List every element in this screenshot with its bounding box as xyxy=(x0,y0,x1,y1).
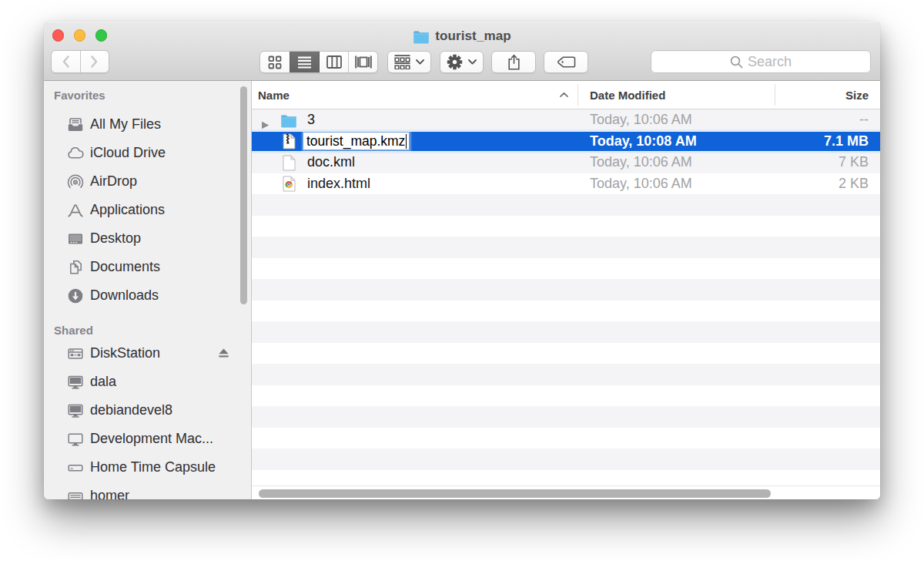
sidebar-item-label: Applications xyxy=(90,202,165,218)
sidebar-section-shared: Shared xyxy=(44,321,251,339)
nas-server-icon xyxy=(67,345,84,362)
search-icon xyxy=(730,55,743,69)
file-size: -- xyxy=(859,109,869,131)
file-date: Today, 10:06 AM xyxy=(590,152,692,173)
sidebar-item-desktop[interactable]: Desktop xyxy=(44,224,251,253)
sidebar-item-label: homer xyxy=(90,488,129,499)
time-capsule-icon xyxy=(67,459,84,476)
sidebar-item-label: iCloud Drive xyxy=(90,145,166,161)
sort-ascending-icon xyxy=(559,81,569,109)
forward-button[interactable] xyxy=(80,51,109,72)
column-header-date-modified[interactable]: Date Modified xyxy=(590,81,665,109)
airdrop-icon xyxy=(67,173,84,190)
sidebar-scrollbar[interactable] xyxy=(240,86,247,304)
documents-icon xyxy=(67,259,84,276)
share-button[interactable] xyxy=(491,51,536,73)
folder-icon xyxy=(280,112,297,129)
column-view-icon xyxy=(326,55,342,69)
all-my-files-icon xyxy=(67,116,84,133)
coverflow-view-icon xyxy=(355,55,372,69)
html-file-icon xyxy=(280,176,297,193)
sidebar-item-documents[interactable]: Documents xyxy=(44,253,251,281)
eject-icon[interactable] xyxy=(218,348,229,361)
arrange-button[interactable] xyxy=(387,51,431,73)
icloud-drive-icon xyxy=(67,145,84,162)
file-size: 7 KB xyxy=(839,152,869,173)
list-view-icon xyxy=(297,55,312,69)
file-name: index.html xyxy=(307,173,370,195)
list-header: Name Date Modified Size xyxy=(252,81,880,109)
tag-button[interactable] xyxy=(544,51,588,73)
back-button[interactable] xyxy=(52,51,80,72)
window-header: tourist_map xyxy=(44,22,880,81)
file-name: 3 xyxy=(307,109,315,131)
sidebar-item-label: Development Mac... xyxy=(90,431,213,447)
sidebar-item-icloud-drive[interactable]: iCloud Drive xyxy=(44,139,251,167)
tag-icon xyxy=(557,56,576,68)
folder-icon xyxy=(413,29,430,44)
imac-icon xyxy=(67,374,84,391)
icon-view-button[interactable] xyxy=(260,52,290,72)
sidebar-item-label: DiskStation xyxy=(90,345,160,361)
search-placeholder: Search xyxy=(748,54,792,70)
file-row-tourist-map-kmz[interactable]: tourist_map.kmz Today, 10:08 AM 7.1 MB xyxy=(252,131,880,153)
gear-icon xyxy=(447,54,463,70)
sidebar-item-label: debiandevel8 xyxy=(90,402,172,418)
chevron-down-icon xyxy=(468,59,477,65)
list-view-button[interactable] xyxy=(290,52,319,72)
kmz-file-icon xyxy=(280,133,297,150)
desktop-icon xyxy=(67,230,84,247)
chevron-left-icon xyxy=(62,55,70,69)
sidebar-item-dala[interactable]: dala xyxy=(44,368,251,396)
file-size: 2 KB xyxy=(839,173,869,195)
file-date: Today, 10:06 AM xyxy=(590,109,692,131)
sidebar-item-label: All My Files xyxy=(90,116,161,133)
window-body: Favorites All My Files iCloud Drive AirD… xyxy=(44,81,880,499)
sidebar: Favorites All My Files iCloud Drive AirD… xyxy=(44,81,252,499)
chevron-right-icon xyxy=(90,55,99,69)
search-field[interactable]: Search xyxy=(651,50,871,73)
sidebar-item-label: Home Time Capsule xyxy=(90,459,216,475)
sidebar-item-homer[interactable]: homer xyxy=(44,482,251,499)
file-row-index-html[interactable]: index.html Today, 10:06 AM 2 KB xyxy=(252,173,880,195)
sidebar-item-development-mac[interactable]: Development Mac... xyxy=(44,425,251,453)
finder-window: tourist_map xyxy=(44,22,880,499)
icon-view-icon xyxy=(268,55,282,69)
column-header-name[interactable]: Name xyxy=(258,81,290,109)
column-header-size[interactable]: Size xyxy=(845,81,869,109)
chevron-down-icon xyxy=(416,59,424,65)
sidebar-item-airdrop[interactable]: AirDrop xyxy=(44,167,251,196)
file-list: Name Date Modified Size 3 xyxy=(252,81,880,499)
sidebar-item-downloads[interactable]: Downloads xyxy=(44,281,251,310)
horizontal-scrollbar-track xyxy=(252,485,880,499)
file-name: doc.kml xyxy=(307,152,355,173)
sidebar-item-debiandevel8[interactable]: debiandevel8 xyxy=(44,396,251,425)
sidebar-item-all-my-files[interactable]: All My Files xyxy=(44,110,251,139)
sidebar-section-favorites: Favorites xyxy=(44,86,251,104)
text-cursor xyxy=(406,134,407,149)
sidebar-item-applications[interactable]: Applications xyxy=(44,196,251,224)
sidebar-item-label: Downloads xyxy=(90,287,159,304)
nav-buttons xyxy=(51,50,109,73)
sidebar-item-label: dala xyxy=(90,374,116,390)
action-button[interactable] xyxy=(440,51,484,73)
window-title: tourist_map xyxy=(435,29,511,44)
file-row-doc-kml[interactable]: doc.kml Today, 10:06 AM 7 KB xyxy=(252,152,880,173)
kml-file-icon xyxy=(280,154,297,171)
sidebar-item-label: Documents xyxy=(90,259,160,275)
sidebar-item-label: Desktop xyxy=(90,230,141,247)
view-mode-control xyxy=(259,51,378,73)
rename-input[interactable]: tourist_map.kmz xyxy=(303,132,410,150)
arrange-icon xyxy=(394,55,410,69)
horizontal-scrollbar[interactable] xyxy=(259,489,771,499)
applications-icon xyxy=(67,202,84,219)
rename-text: tourist_map.kmz xyxy=(306,133,405,149)
sidebar-item-label: AirDrop xyxy=(90,173,137,190)
sidebar-item-diskstation[interactable]: DiskStation xyxy=(44,339,251,368)
file-row-3[interactable]: 3 Today, 10:06 AM -- xyxy=(252,109,880,131)
display-icon xyxy=(67,431,84,448)
coverflow-view-button[interactable] xyxy=(348,52,377,72)
column-view-button[interactable] xyxy=(319,52,348,72)
window-title-area: tourist_map xyxy=(44,28,880,45)
sidebar-item-home-time-capsule[interactable]: Home Time Capsule xyxy=(44,453,251,482)
